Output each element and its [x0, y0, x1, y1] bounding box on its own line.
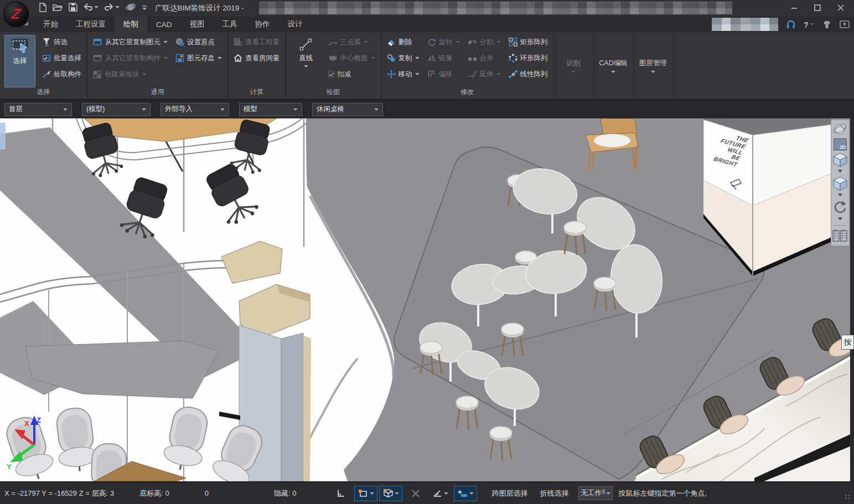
redo-button[interactable] — [104, 3, 120, 11]
polyline-select-button[interactable]: 折线选择 — [540, 489, 568, 498]
line-tool-button[interactable]: 直线 — [291, 35, 322, 87]
batch-select-button[interactable]: 批量选择 — [41, 52, 82, 64]
close-button[interactable] — [836, 3, 845, 12]
point-input-toggle[interactable] — [454, 486, 477, 501]
new-file-button[interactable] — [39, 3, 47, 12]
save-button[interactable] — [69, 3, 77, 12]
refresh-view-icon[interactable] — [832, 200, 848, 215]
help-dropdown-caret[interactable] — [810, 23, 814, 25]
workplane-dropdown[interactable]: 无工作平面 — [578, 486, 613, 500]
display-settings-icon[interactable] — [832, 229, 848, 242]
model-view-selector-caret[interactable] — [142, 108, 146, 111]
recognize-button[interactable]: 识别 — [554, 32, 594, 99]
angle-snap-caret[interactable] — [444, 492, 448, 495]
point-input-caret[interactable] — [469, 492, 474, 495]
cad-edit-button[interactable]: CAD编辑 — [594, 32, 634, 99]
tab-view[interactable]: 视图 — [181, 17, 214, 32]
mirror-icon — [427, 54, 436, 63]
orbit-view-icon[interactable] — [832, 122, 848, 137]
filter-button[interactable]: 筛选 — [41, 36, 82, 48]
category-selector-caret[interactable] — [220, 108, 225, 111]
theme-skin-button[interactable] — [822, 20, 832, 29]
customize-quick-access-button[interactable] — [142, 5, 147, 10]
rect-snap-caret[interactable] — [370, 492, 374, 495]
tab-project-settings[interactable]: 工程设置 — [67, 17, 115, 32]
mirror-button: 镜像 — [426, 52, 461, 64]
save-element-button[interactable]: 图元存盘 — [174, 52, 223, 64]
intersection-snap-toggle[interactable] — [404, 486, 427, 501]
copy-caret[interactable] — [415, 57, 420, 59]
angle-snap-toggle[interactable] — [429, 486, 452, 501]
linear-array-button[interactable]: 线性阵列 — [508, 68, 549, 80]
minimize-button[interactable] — [790, 3, 799, 12]
component-selector[interactable]: 休闲桌椅 — [312, 103, 383, 116]
tab-design[interactable]: 设计 — [279, 17, 312, 32]
iso-cube-caret[interactable] — [838, 194, 842, 196]
view-toolbar: 2D — [831, 119, 850, 246]
category-selector[interactable]: 外部导入 — [161, 103, 229, 116]
view-cube-caret[interactable] — [838, 170, 842, 173]
line-dropdown-caret[interactable] — [304, 65, 308, 67]
tab-tools[interactable]: 工具 — [214, 17, 246, 32]
type-selector-caret[interactable] — [293, 108, 298, 111]
recognize-caret[interactable] — [571, 71, 576, 73]
ortho-toggle[interactable] — [329, 486, 353, 501]
support-headset-button[interactable] — [786, 20, 796, 29]
arc3-caret — [364, 41, 368, 43]
refresh-caret[interactable] — [838, 217, 842, 220]
offset-label: 偏移 — [439, 70, 453, 79]
polar-array-button[interactable]: 环形阵列 — [508, 52, 549, 64]
layer-manage-button[interactable]: 图层管理 — [634, 32, 674, 99]
group-label-modify: 修改 — [386, 87, 549, 99]
layer-manage-caret[interactable] — [651, 71, 655, 73]
pick-component-button[interactable]: 拾取构件 — [41, 68, 82, 80]
copy-elements-from-layer-button[interactable]: 从其它层复制图元 — [92, 36, 169, 48]
cross-layer-select-button[interactable]: 跨图层选择 — [491, 489, 527, 498]
workplane-caret[interactable] — [606, 492, 610, 495]
tab-start[interactable]: 开始 — [34, 17, 67, 32]
save-element-caret[interactable] — [218, 57, 222, 59]
rect-array-button[interactable]: 矩形阵列 — [508, 36, 549, 48]
tab-cad[interactable]: CAD — [147, 17, 181, 32]
floor-selector-caret[interactable] — [63, 108, 68, 111]
axis-x-label: X — [24, 419, 29, 428]
model-view-selector[interactable]: (模型) — [82, 103, 151, 116]
app-logo[interactable]: Z — [3, 1, 29, 27]
undo-button[interactable] — [83, 3, 99, 11]
view-room-quantities-button[interactable]: 查看房间量 — [232, 52, 281, 64]
undo-dropdown-caret[interactable] — [94, 6, 99, 8]
batch-select-label: 批量选择 — [54, 54, 81, 63]
iso-view-cube-icon[interactable] — [832, 176, 848, 191]
help-button[interactable]: ? — [804, 20, 814, 29]
panel-toggle-button[interactable] — [840, 20, 850, 29]
shirt-icon — [822, 20, 832, 29]
component-selector-caret[interactable] — [374, 108, 379, 111]
set-origin-button[interactable]: 设置原点 — [174, 36, 223, 48]
select-button[interactable]: 选择 — [4, 35, 35, 87]
cad-edit-caret[interactable] — [611, 71, 615, 73]
cube-snap-toggle[interactable] — [379, 486, 402, 501]
resize-grip[interactable] — [845, 494, 851, 501]
ellipse-icon — [328, 54, 338, 62]
redo-dropdown-caret[interactable] — [115, 6, 120, 8]
viewport-3d[interactable]: X Z Y — [0, 118, 854, 481]
floor-selector[interactable]: 首层 — [4, 103, 72, 116]
rect-array-label: 矩形阵列 — [520, 38, 548, 47]
tab-draw[interactable]: 绘制 — [115, 17, 147, 32]
move-button[interactable]: 移动 — [386, 68, 421, 80]
open-file-button[interactable] — [53, 3, 63, 12]
copy-button[interactable]: 复制 — [386, 52, 421, 64]
cube-snap-caret[interactable] — [395, 492, 399, 495]
view-2d-button[interactable]: 2D — [834, 138, 847, 150]
maximize-button[interactable] — [813, 3, 822, 12]
copy-elements-caret[interactable] — [163, 41, 168, 43]
tab-collaboration[interactable]: 协作 — [246, 17, 279, 32]
move-caret[interactable] — [415, 73, 420, 75]
offset-button: 偏移 — [426, 68, 461, 80]
orbit-view-button[interactable] — [125, 2, 136, 12]
selection-icon — [11, 38, 29, 54]
type-selector[interactable]: 模型 — [239, 103, 302, 116]
delete-button[interactable]: 删除 — [386, 36, 421, 48]
rect-snap-toggle[interactable] — [354, 486, 377, 501]
front-view-cube-icon[interactable] — [832, 152, 848, 168]
